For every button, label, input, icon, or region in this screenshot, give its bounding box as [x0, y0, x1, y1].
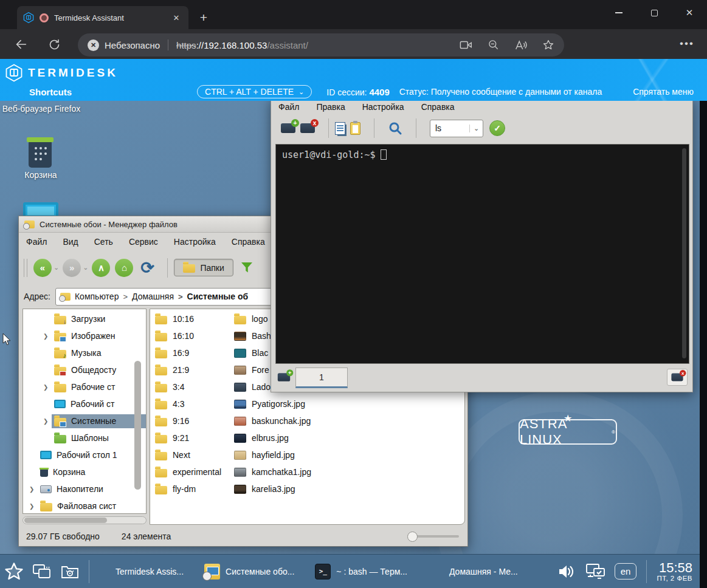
tree-item[interactable]: ❯ Корзина [23, 463, 146, 480]
clock[interactable]: 15:58 ПТ, 2 ФЕВ [657, 561, 692, 582]
terminal-tab-1[interactable]: 1 [295, 368, 348, 388]
expander-icon[interactable]: ❯ [29, 486, 38, 493]
task-button[interactable]: Домашняя - Ме... [428, 564, 518, 579]
menu-item[interactable]: Сеть [94, 237, 113, 247]
file-item[interactable]: elbrus.jpg [229, 429, 308, 446]
desktop-icon-trash-label[interactable]: Корзина [7, 170, 74, 180]
close-tab-button[interactable] [667, 369, 688, 386]
display-network-icon[interactable] [584, 562, 606, 581]
run-command-button[interactable]: ✓ [489, 120, 505, 136]
hide-menu-button[interactable]: Спрятать меню [633, 87, 694, 97]
desktop-icon-firefox[interactable]: Веб-браузер Firefox [1, 103, 81, 115]
new-session-button[interactable] [281, 123, 295, 133]
file-item[interactable]: fly-dm [150, 480, 229, 497]
file-item[interactable]: experimental [150, 463, 229, 480]
file-item[interactable]: kamchatka1.jpg [229, 463, 308, 480]
menu-item[interactable]: Настройка [362, 102, 404, 112]
menu-item[interactable]: Справка [421, 102, 455, 112]
security-label[interactable]: Небезопасно [105, 40, 160, 50]
file-item[interactable]: Next [150, 446, 229, 463]
menu-item[interactable]: Сервис [129, 237, 158, 247]
file-item[interactable]: karelia3.jpg [229, 480, 308, 497]
command-combobox[interactable]: ls ⌄ [430, 120, 483, 137]
menu-item[interactable]: Файл [26, 237, 47, 247]
filter-funnel-icon[interactable] [240, 261, 254, 275]
tree-item[interactable]: ❯ Рабочий стол 1 [23, 446, 146, 463]
close-session-button[interactable] [300, 123, 315, 133]
file-item[interactable]: 16:9 [150, 344, 229, 361]
tree-item[interactable]: ❯ Изображен [23, 327, 146, 344]
menu-item[interactable]: Файл [278, 102, 299, 112]
trash-icon[interactable] [27, 137, 53, 168]
terminal-console[interactable]: user1@vdi-gold:~$ [275, 144, 689, 364]
new-tab-button[interactable]: + [196, 11, 211, 26]
slider-knob[interactable] [407, 532, 418, 542]
browser-menu-icon[interactable]: ••• [680, 38, 694, 50]
folders-toggle-button[interactable]: Папки [174, 259, 233, 276]
paste-button[interactable] [350, 122, 360, 135]
back-history-chevron-icon[interactable]: ⌄ [53, 264, 59, 272]
task-button[interactable]: Termidesk Assis... [94, 564, 184, 579]
home-button[interactable]: ⌂ [115, 259, 133, 277]
show-desktop-button[interactable] [56, 558, 84, 585]
terminal-scrollbar[interactable] [682, 148, 686, 358]
file-item[interactable]: baskunchak.jpg [229, 412, 308, 429]
file-item[interactable]: 10:16 [150, 310, 229, 327]
expander-icon[interactable]: ❯ [43, 384, 52, 391]
up-button[interactable]: ∧ [92, 259, 110, 277]
forward-history-chevron-icon[interactable]: ⌄ [83, 264, 88, 272]
back-button[interactable] [12, 35, 30, 53]
window-minimize-button[interactable] [605, 4, 632, 22]
expander-icon[interactable]: ❯ [43, 333, 52, 340]
window-maximize-button[interactable] [641, 4, 667, 22]
not-secure-icon[interactable]: ✕ [88, 39, 99, 51]
keyboard-layout-indicator[interactable]: en [615, 563, 637, 579]
back-button[interactable]: « [33, 259, 52, 277]
tree-horizontal-scrollbar[interactable] [22, 516, 147, 524]
window-list-button[interactable] [28, 558, 56, 585]
zoom-out-icon[interactable] [488, 39, 500, 51]
tree-item[interactable]: ❯ Системные [23, 412, 146, 429]
task-button[interactable]: Системные обо... [204, 564, 294, 579]
tree-item[interactable]: ❯ Общедосту [23, 361, 146, 378]
favorites-star-icon[interactable] [542, 39, 554, 51]
expander-icon[interactable]: ❯ [29, 503, 38, 510]
volume-icon[interactable] [557, 564, 576, 579]
tree-vertical-scrollbar[interactable] [134, 361, 141, 490]
add-tab-button[interactable] [275, 369, 293, 386]
read-aloud-icon[interactable] [514, 39, 528, 51]
tree-item[interactable]: ❯ Накопители [23, 480, 146, 497]
window-close-button[interactable]: ✕ [676, 4, 703, 22]
refresh-icon[interactable]: ⟳ [138, 258, 156, 278]
tree-item[interactable]: ❯ Шаблоны [23, 429, 146, 446]
refresh-button[interactable] [45, 35, 63, 53]
hotkey-dropdown[interactable]: CTRL + ALT + DELETE⌄ [197, 85, 312, 98]
menu-item[interactable]: Настройка [174, 237, 216, 247]
chevron-down-icon[interactable]: ⌄ [469, 125, 483, 132]
menu-item[interactable]: Справка [232, 237, 265, 247]
menu-item[interactable]: Вид [63, 237, 78, 247]
file-item[interactable]: 9:21 [150, 429, 229, 446]
address-bar[interactable]: ✕ Небезопасно https://192.168.100.53/ass… [78, 33, 564, 56]
url-text[interactable]: https://192.168.100.53/assistant/ [176, 40, 308, 50]
start-menu-button[interactable] [0, 558, 28, 585]
file-item[interactable]: 4:3 [150, 395, 229, 412]
copy-button[interactable] [335, 122, 345, 135]
tree-item[interactable]: ❯ Загрузки [23, 310, 146, 327]
tree-item[interactable]: ❯ Рабочий ст [23, 395, 146, 412]
breadcrumb-item[interactable]: Компьютер [75, 292, 119, 301]
file-item[interactable]: 16:10 [150, 327, 229, 344]
tree-item[interactable]: ❯ Музыка [23, 344, 146, 361]
breadcrumb-item[interactable]: Домашняя [119, 292, 174, 301]
search-button[interactable] [388, 121, 402, 135]
expander-icon[interactable]: ❯ [43, 418, 52, 425]
tree-item[interactable]: ❯ Файловая сист [23, 497, 146, 514]
tree-item[interactable]: ❯ Рабочие ст [23, 378, 146, 395]
breadcrumb-item[interactable]: Системные об [174, 292, 248, 301]
file-item[interactable]: hayfield.jpg [229, 446, 308, 463]
file-item[interactable]: 3:4 [150, 378, 229, 395]
web-capture-icon[interactable] [460, 39, 473, 50]
task-button[interactable]: >_ ~ : bash — Терм... [315, 564, 407, 579]
browser-tab[interactable]: Termidesk Assistant ✕ [17, 6, 188, 29]
file-item[interactable]: 9:16 [150, 412, 229, 429]
